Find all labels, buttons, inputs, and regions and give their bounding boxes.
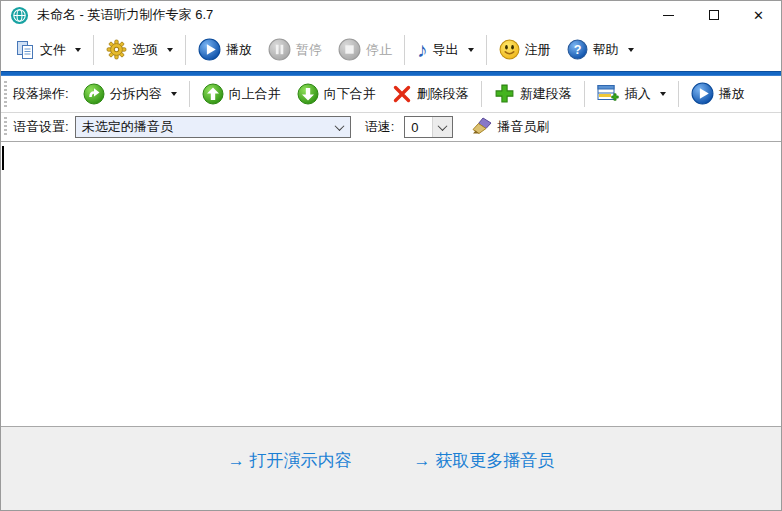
- gear-icon: [106, 39, 127, 60]
- open-demo-link[interactable]: → 打开演示内容: [228, 449, 352, 472]
- options-button-label: 选项: [132, 41, 158, 59]
- app-globe-icon: [10, 6, 29, 25]
- close-icon: ✕: [753, 9, 764, 22]
- minimize-button[interactable]: [646, 1, 691, 29]
- maximize-icon: [709, 10, 719, 20]
- main-toolbar: 文件 选项: [1, 29, 781, 71]
- music-note-icon: ♪: [417, 40, 428, 60]
- insert-table-icon: [597, 83, 620, 104]
- dropdown-arrow-icon: [171, 92, 177, 96]
- chevron-down-icon: [330, 117, 350, 137]
- insert-label: 插入: [625, 85, 651, 103]
- new-paragraph-label: 新建段落: [520, 85, 572, 103]
- window-title: 未命名 - 英语听力制作专家 6.7: [37, 6, 213, 24]
- toolbar-separator: [189, 81, 190, 107]
- stop-button-label: 停止: [366, 41, 392, 59]
- merge-down-button[interactable]: 向下合并: [289, 79, 384, 110]
- text-caret: [2, 146, 4, 170]
- file-button[interactable]: 文件: [7, 32, 89, 68]
- announcer-brush-label: 播音员刷: [497, 118, 549, 136]
- merge-down-label: 向下合并: [324, 85, 376, 103]
- toolbar-separator: [584, 81, 585, 107]
- play-button[interactable]: 播放: [190, 32, 260, 68]
- file-button-label: 文件: [40, 41, 66, 59]
- red-x-icon: [392, 84, 412, 104]
- split-content-label: 分拆内容: [110, 85, 162, 103]
- close-button[interactable]: ✕: [736, 1, 781, 29]
- announcer-select[interactable]: 未选定的播音员: [75, 116, 351, 138]
- insert-button[interactable]: 插入: [589, 79, 674, 110]
- speed-select[interactable]: 0: [404, 116, 453, 138]
- maximize-button[interactable]: [691, 1, 736, 29]
- chevron-down-icon: [432, 117, 452, 137]
- file-copy-icon: [15, 40, 35, 60]
- new-paragraph-button[interactable]: 新建段落: [486, 79, 580, 110]
- dropdown-arrow-icon: [628, 48, 634, 52]
- paragraph-toolbar: 段落操作: 分拆内容 向上合并: [1, 76, 781, 113]
- options-button[interactable]: 选项: [98, 32, 181, 68]
- speed-label: 语速:: [365, 118, 395, 136]
- window-controls: ✕: [646, 1, 781, 29]
- merge-up-label: 向上合并: [229, 85, 281, 103]
- toolbar-gripper[interactable]: [4, 117, 7, 137]
- help-button-label: 帮助: [593, 41, 619, 59]
- toolbar-separator: [93, 35, 94, 65]
- dropdown-arrow-icon: [167, 48, 173, 52]
- delete-paragraph-label: 删除段落: [417, 85, 469, 103]
- dropdown-arrow-icon: [660, 92, 666, 96]
- announcer-brush-button[interactable]: 播音员刷: [463, 115, 557, 139]
- smiley-icon: [499, 39, 520, 60]
- help-button[interactable]: ? 帮助: [559, 32, 642, 68]
- minimize-icon: [663, 15, 674, 16]
- dropdown-arrow-icon: [75, 48, 81, 52]
- dropdown-arrow-icon: [468, 48, 474, 52]
- voice-toolbar: 语音设置: 未选定的播音员 语速: 0 播音员刷: [1, 113, 781, 142]
- split-arrow-circle-icon: [83, 83, 105, 105]
- svg-text:?: ?: [573, 43, 581, 57]
- more-announcers-link[interactable]: → 获取更多播音员: [414, 449, 555, 472]
- pause-circle-icon: [268, 38, 291, 61]
- register-button[interactable]: 注册: [491, 32, 559, 68]
- paragraph-play-button[interactable]: 播放: [683, 79, 753, 110]
- delete-paragraph-button[interactable]: 删除段落: [384, 79, 477, 110]
- register-button-label: 注册: [525, 41, 551, 59]
- editor-area[interactable]: [1, 142, 781, 427]
- announcer-select-value: 未选定的播音员: [76, 118, 330, 136]
- green-plus-icon: [494, 83, 515, 104]
- app-window: 未命名 - 英语听力制作专家 6.7 ✕ 文件: [0, 0, 782, 511]
- footer: → 打开演示内容 → 获取更多播音员: [1, 427, 781, 510]
- titlebar: 未命名 - 英语听力制作专家 6.7 ✕: [1, 1, 781, 29]
- pause-button[interactable]: 暂停: [260, 32, 330, 68]
- play-circle-icon: [198, 38, 221, 61]
- export-button-label: 导出: [433, 41, 459, 59]
- export-button[interactable]: ♪ 导出: [409, 32, 482, 68]
- stop-button[interactable]: 停止: [330, 32, 400, 68]
- voice-settings-label: 语音设置:: [13, 118, 69, 136]
- up-arrow-circle-icon: [202, 83, 224, 105]
- pause-button-label: 暂停: [296, 41, 322, 59]
- split-content-button[interactable]: 分拆内容: [75, 79, 185, 110]
- help-question-icon: ?: [567, 39, 588, 60]
- toolbar-separator: [486, 35, 487, 65]
- paragraph-toolbar-label: 段落操作:: [13, 85, 69, 103]
- toolbar-separator: [481, 81, 482, 107]
- down-arrow-circle-icon: [297, 83, 319, 105]
- merge-up-button[interactable]: 向上合并: [194, 79, 289, 110]
- speed-select-value: 0: [405, 120, 432, 135]
- play-button-label: 播放: [226, 41, 252, 59]
- toolbar-separator: [185, 35, 186, 65]
- toolbar-separator: [678, 81, 679, 107]
- stop-circle-icon: [338, 38, 361, 61]
- toolbar-separator: [404, 35, 405, 65]
- play-circle-icon: [691, 82, 714, 105]
- toolbar-gripper[interactable]: [4, 81, 7, 107]
- paintbrush-icon: [471, 117, 492, 136]
- paragraph-play-label: 播放: [719, 85, 745, 103]
